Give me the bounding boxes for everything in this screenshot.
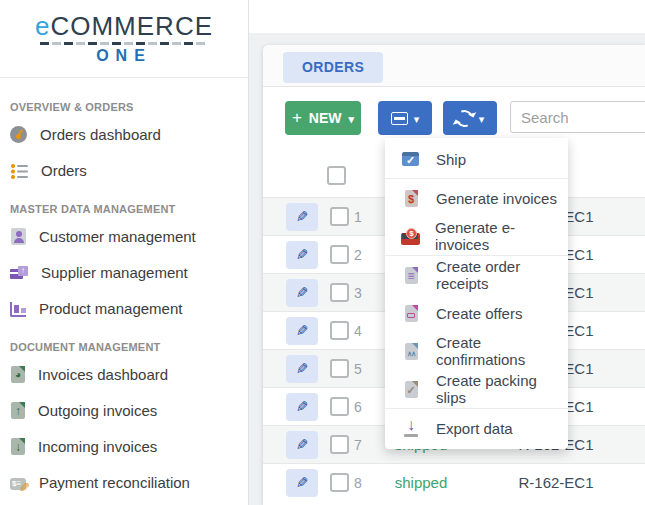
outgoing-icon: [11, 402, 25, 419]
logo-word: eCOMMERCE: [0, 13, 248, 39]
edit-row-button[interactable]: [286, 241, 318, 269]
orders-list-icon: [10, 161, 28, 179]
row-checkbox[interactable]: [330, 207, 349, 226]
row-checkbox[interactable]: [330, 359, 349, 378]
sidebar-item-customer-management[interactable]: Customer management: [0, 218, 248, 254]
pencil-icon: [296, 246, 309, 264]
table-row: 8 shipped R-162-EC1: [263, 463, 645, 501]
edit-row-button[interactable]: [286, 203, 318, 231]
row-checkbox[interactable]: [330, 473, 349, 492]
pencil-icon: [296, 436, 309, 454]
sidebar-section: OVERVIEW & ORDERS Orders dashboard Order…: [0, 101, 248, 188]
menu-item-create-order-receipts[interactable]: Create order receipts: [385, 256, 568, 294]
pencil-icon: [296, 284, 309, 302]
sidebar-section-label: OVERVIEW & ORDERS: [0, 101, 248, 116]
order-number: R-162-EC1: [476, 474, 636, 491]
menu-item-generate-invoices[interactable]: Generate invoices: [385, 179, 568, 217]
chevron-down-icon: [479, 111, 485, 126]
logo-accent-letter: e: [35, 11, 50, 41]
gauge-icon: [10, 126, 27, 143]
row-number: 3: [354, 285, 362, 301]
tab-bar: ORDERS: [263, 45, 645, 87]
sidebar-item-payment-reconciliation[interactable]: Payment reconciliation: [0, 464, 248, 500]
app-logo[interactable]: eCOMMERCE ONE: [0, 0, 248, 78]
edit-row-button[interactable]: [286, 279, 318, 307]
sidebar-section: DOCUMENT MANAGEMENT Invoices dashboard O…: [0, 341, 248, 500]
edit-row-button[interactable]: [286, 393, 318, 421]
chevron-down-icon: [414, 111, 420, 126]
new-button[interactable]: NEW: [285, 101, 361, 135]
chevron-down-icon: [349, 110, 355, 126]
pencil-icon: [296, 208, 309, 226]
row-number: 1: [354, 209, 362, 225]
row-number: 2: [354, 247, 362, 263]
row-number: 4: [354, 323, 362, 339]
supplier-icon: [10, 263, 28, 281]
invoice-icon: [391, 112, 408, 125]
receipts-icon: [405, 267, 418, 284]
edit-row-button[interactable]: [286, 317, 318, 345]
pencil-icon: [296, 360, 309, 378]
menu-item-create-offers[interactable]: Create offers: [385, 294, 568, 332]
pencil-icon: [296, 322, 309, 340]
menu-item-create-confirmations[interactable]: Create confirmations: [385, 332, 568, 370]
search-input[interactable]: [510, 101, 645, 133]
sidebar-item-orders[interactable]: Orders: [0, 152, 248, 188]
pencil-icon: [296, 398, 309, 416]
row-number: 8: [354, 475, 362, 491]
row-checkbox[interactable]: [330, 435, 349, 454]
row-number: 6: [354, 399, 362, 415]
menu-item-export-data[interactable]: Export data: [385, 409, 568, 447]
edit-row-button[interactable]: [286, 469, 318, 497]
sidebar-item-incoming-invoices[interactable]: Incoming invoices: [0, 428, 248, 464]
sidebar-section: MASTER DATA MANAGEMENT Customer manageme…: [0, 203, 248, 326]
menu-item-ship[interactable]: Ship: [385, 140, 568, 178]
gen-invoices-icon: [405, 190, 418, 207]
row-checkbox[interactable]: [330, 283, 349, 302]
select-all-checkbox[interactable]: [327, 166, 346, 185]
product-icon: [10, 302, 26, 317]
ship-icon: [401, 149, 421, 169]
edit-row-button[interactable]: [286, 355, 318, 383]
sidebar-item-outgoing-invoices[interactable]: Outgoing invoices: [0, 392, 248, 428]
row-checkbox[interactable]: [330, 245, 349, 264]
tab-orders[interactable]: ORDERS: [283, 52, 383, 83]
documents-actions-button[interactable]: [378, 101, 432, 135]
logo-subword: ONE: [0, 47, 248, 65]
menu-item-generate-e-invoices[interactable]: Generate e-invoices: [385, 217, 568, 255]
e-invoices-icon: [401, 233, 420, 245]
sidebar-item-orders-dashboard[interactable]: Orders dashboard: [0, 116, 248, 152]
sync-icon: [453, 107, 475, 129]
packing-icon: [405, 381, 418, 398]
customer-icon: [11, 228, 26, 245]
status-badge: shipped: [366, 474, 476, 491]
incoming-icon: [11, 438, 25, 455]
invoices-dashboard-icon: [11, 366, 25, 383]
row-checkbox[interactable]: [330, 321, 349, 340]
sidebar-item-invoices-dashboard[interactable]: Invoices dashboard: [0, 356, 248, 392]
menu-item-create-packing-slips[interactable]: Create packing slips: [385, 370, 568, 408]
plus-icon: [292, 108, 302, 128]
sidebar-section-label: MASTER DATA MANAGEMENT: [0, 203, 248, 218]
sidebar-section-label: DOCUMENT MANAGEMENT: [0, 341, 248, 356]
sidebar: eCOMMERCE ONE OVERVIEW & ORDERS Orders d…: [0, 0, 249, 505]
edit-row-button[interactable]: [286, 431, 318, 459]
logo-divider: [40, 42, 208, 45]
confirmations-icon: [405, 343, 418, 360]
sidebar-item-supplier-management[interactable]: Supplier management: [0, 254, 248, 290]
payment-icon: [10, 478, 26, 490]
sidebar-nav: OVERVIEW & ORDERS Orders dashboard Order…: [0, 101, 248, 500]
export-icon: [401, 418, 421, 438]
new-button-label: NEW: [309, 110, 342, 126]
sidebar-item-product-management[interactable]: Product management: [0, 290, 248, 326]
sync-button[interactable]: [443, 101, 497, 135]
row-number: 5: [354, 361, 362, 377]
actions-dropdown-menu: Ship Generate invoices Generate e-invoic…: [385, 138, 568, 449]
row-checkbox[interactable]: [330, 397, 349, 416]
pencil-icon: [296, 474, 309, 492]
offers-icon: [405, 305, 418, 322]
row-number: 7: [354, 437, 362, 453]
